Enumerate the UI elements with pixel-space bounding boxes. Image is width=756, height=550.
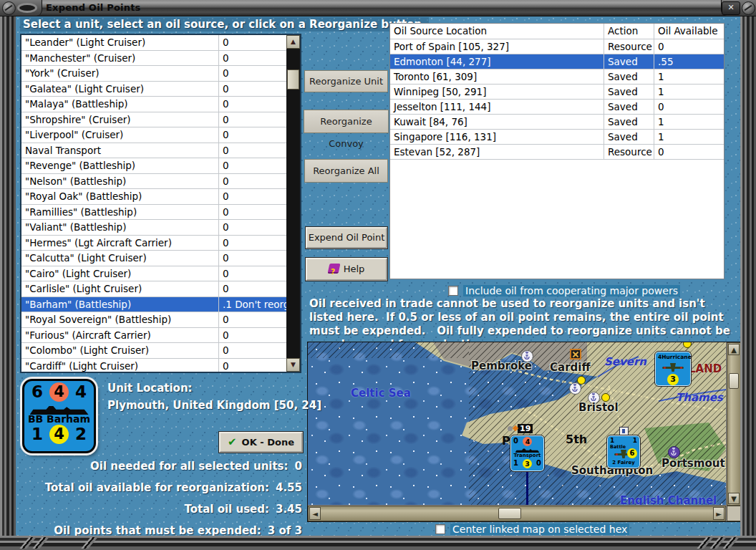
map-horizontal-scrollbar[interactable]: ◄ ► bbox=[308, 506, 726, 521]
window-border-bottom bbox=[0, 536, 756, 550]
map-scroll-right-icon[interactable]: ► bbox=[713, 507, 724, 520]
unit-row[interactable]: "Manchester" (Cruiser)0 bbox=[21, 51, 286, 67]
unit-row[interactable]: "Cardiff" (Light Cruiser)0 bbox=[21, 359, 286, 372]
close-button[interactable]: ✕ bbox=[722, 1, 740, 15]
unit-row[interactable]: "Leander" (Light Cruiser)0 bbox=[21, 35, 286, 51]
scroll-thumb[interactable] bbox=[287, 69, 299, 90]
unit-row[interactable]: "Barham" (Battleship).1 Don't reorg bbox=[21, 297, 286, 313]
map-vscroll-thumb[interactable] bbox=[729, 373, 739, 389]
counter-range-value: 2 bbox=[75, 425, 87, 443]
reorganize-unit-button[interactable]: Reorganize Unit bbox=[304, 70, 388, 92]
counter-value: 0 bbox=[513, 437, 518, 446]
map-viewport[interactable]: Celtic Sea Pembroke Cardiff Severn Brist… bbox=[308, 342, 726, 505]
unit-list-rows: "Leander" (Light Cruiser)0"Manchester" (… bbox=[21, 35, 286, 372]
oil-source-row[interactable]: Estevan [52, 287]Resource0 bbox=[390, 145, 724, 160]
oil-available: 0 bbox=[654, 145, 724, 159]
window-border-right bbox=[740, 16, 756, 536]
reorganize-all-button[interactable]: Reorganize All bbox=[304, 159, 388, 183]
unit-row[interactable]: "Hermes" (Lgt Aircraft Carrier)0 bbox=[21, 236, 286, 251]
counter-defense-value: 4 bbox=[75, 382, 87, 401]
unit-row[interactable]: "Calcutta" (Light Cruiser)0 bbox=[21, 251, 286, 266]
unit-row[interactable]: "York" (Cruiser)0 bbox=[21, 66, 286, 82]
oil-source-row[interactable]: Winnipeg [50, 291]Saved1 bbox=[390, 85, 724, 100]
unit-row[interactable]: "Valiant" (Battleship)0 bbox=[21, 220, 286, 236]
center-map-checkbox[interactable] bbox=[435, 524, 445, 534]
stat-value: 4.55 bbox=[276, 481, 302, 494]
oil-available: 0 bbox=[654, 39, 724, 54]
oil-location: Jesselton [111, 144] bbox=[390, 100, 604, 114]
stats-block: Oil needed for all selected units:0Total… bbox=[13, 460, 302, 546]
scroll-down-icon[interactable]: ▼ bbox=[286, 358, 300, 372]
oil-source-row[interactable]: Kuwait [84, 76]Saved1 bbox=[390, 115, 724, 130]
oil-source-row[interactable]: Toronto [61, 309]Saved1 bbox=[390, 69, 724, 85]
river-label-thames: Thames bbox=[676, 391, 723, 404]
unit-oil-value: 0 bbox=[219, 189, 286, 204]
oil-action: Saved bbox=[604, 115, 654, 129]
map-scroll-up-icon[interactable]: ▲ bbox=[728, 344, 740, 355]
unit-row[interactable]: "Malaya" (Battleship)0 bbox=[21, 97, 286, 112]
unit-oil-value: 0 bbox=[219, 51, 286, 66]
window-knob-icon[interactable] bbox=[2, 1, 16, 15]
oil-location: Singapore [116, 131] bbox=[390, 130, 604, 144]
help-button[interactable]: ?Help bbox=[306, 258, 387, 281]
map-scroll-left-icon[interactable]: ◄ bbox=[309, 507, 321, 520]
scroll-up-icon[interactable]: ▲ bbox=[286, 35, 300, 49]
oil-source-row[interactable]: Port of Spain [105, 327]Resource0 bbox=[390, 39, 724, 54]
unit-row[interactable]: "Nelson" (Battleship)0 bbox=[21, 174, 286, 190]
fairey-battle-unit-counter[interactable]: 1 1 Battle 6 2 Fairey bbox=[607, 435, 640, 468]
unit-row[interactable]: "Royal Oak" (Battleship)0 bbox=[21, 189, 286, 205]
oil-table-rows: Port of Spain [105, 327]Resource0Edmonto… bbox=[390, 39, 724, 160]
unit-row[interactable]: Naval Transport0 bbox=[21, 143, 286, 159]
header-location: Oil Source Location bbox=[390, 24, 604, 39]
oil-available: 1 bbox=[654, 115, 724, 129]
oil-location: Kuwait [84, 76] bbox=[390, 115, 604, 129]
counter-name: Transport bbox=[511, 453, 543, 458]
stat-line: Oil needed for all selected units:0 bbox=[13, 460, 302, 473]
unit-row[interactable]: "Cairo" (Light Cruiser)0 bbox=[21, 266, 286, 282]
unit-name: "Royal Sovereign" (Battleship) bbox=[21, 312, 219, 327]
unit-row[interactable]: "Liverpool" (Cruiser)0 bbox=[21, 127, 286, 143]
unit-row[interactable]: "Royal Sovereign" (Battleship)0 bbox=[21, 312, 286, 328]
include-oil-checkbox-row[interactable]: Include oil from cooperating major power… bbox=[448, 285, 680, 296]
unit-location-label: Unit Location: bbox=[107, 382, 193, 395]
unit-row[interactable]: "Furious" (Aircraft Carrier)0 bbox=[21, 328, 286, 344]
oil-source-row[interactable]: Edmonton [44, 277]Saved.55 bbox=[390, 54, 724, 69]
unit-name: Naval Transport bbox=[21, 143, 219, 158]
oil-action: Saved bbox=[604, 100, 654, 114]
include-oil-label: Include oil from cooperating major power… bbox=[463, 285, 680, 296]
map-scroll-down-icon[interactable]: ▼ bbox=[728, 493, 740, 504]
hurricane-unit-counter[interactable]: 4Hurricane 3 bbox=[655, 352, 691, 386]
city-label-plymouth-partial: P bbox=[502, 434, 510, 448]
unit-row[interactable]: "Galatea" (Light Cruiser)0 bbox=[21, 82, 286, 97]
map-hscroll-thumb[interactable] bbox=[498, 508, 521, 519]
oil-source-row[interactable]: Singapore [116, 131]Saved1 bbox=[390, 130, 724, 145]
center-map-checkbox-row[interactable]: Center linked map on selected hex bbox=[435, 524, 629, 535]
map-vertical-scrollbar[interactable]: ▲ ▼ bbox=[727, 342, 741, 506]
include-oil-checkbox[interactable] bbox=[448, 286, 458, 296]
transport-unit-counter[interactable]: 0 4 Transport 1 3 0 bbox=[510, 435, 544, 471]
counter-top-badge: 4 bbox=[49, 382, 69, 402]
oil-action: Saved bbox=[604, 85, 654, 99]
unit-row[interactable]: "Ramillies" (Battleship)0 bbox=[21, 205, 286, 221]
oil-source-row[interactable]: Jesselton [111, 144]Saved0 bbox=[390, 100, 724, 115]
unit-oil-value: .1 Don't reorg bbox=[219, 297, 286, 312]
unit-list-scrollbar[interactable]: ▲ ▼ bbox=[286, 35, 300, 372]
counter-unit-name: BB Barham bbox=[24, 413, 94, 425]
unit-row[interactable]: "Carlisle" (Light Cruiser)0 bbox=[21, 281, 286, 297]
battleship-icon bbox=[30, 405, 89, 415]
unit-row[interactable]: "Colombo" (Light Cruiser)0 bbox=[21, 343, 286, 359]
resize-grip bbox=[722, 537, 739, 549]
weather-hatch-overlay bbox=[308, 342, 469, 358]
unit-oil-value: 0 bbox=[219, 127, 286, 143]
ok-done-button[interactable]: ✔OK - Done bbox=[219, 432, 303, 453]
window-menu-icon[interactable] bbox=[17, 3, 37, 13]
unit-row[interactable]: "Shropshire" (Cruiser)0 bbox=[21, 112, 286, 128]
reorganize-convoy-button[interactable]: Reorganize Convoy bbox=[304, 110, 389, 133]
expend-oil-point-button[interactable]: Expend Oil Point bbox=[306, 227, 387, 249]
unit-row[interactable]: "Revenge" (Battleship)0 bbox=[21, 158, 286, 174]
stat-label: Total oil available for reorganization: bbox=[45, 481, 269, 494]
window-menu-tab bbox=[0, 0, 42, 16]
unit-name: "Cardiff" (Light Cruiser) bbox=[21, 359, 219, 372]
unit-name: "Manchester" (Cruiser) bbox=[21, 51, 219, 66]
map-panel: Celtic Sea Pembroke Cardiff Severn Brist… bbox=[307, 342, 742, 522]
